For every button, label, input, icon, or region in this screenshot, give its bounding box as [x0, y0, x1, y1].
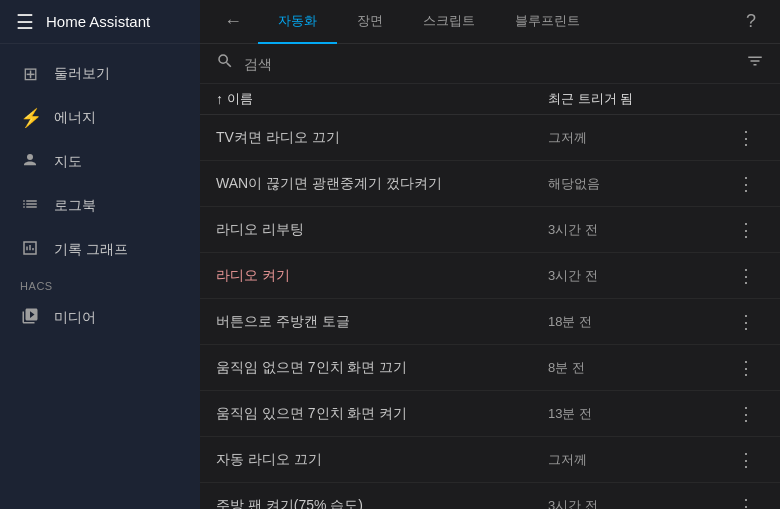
row-name: 버튼으로 주방캔 토글	[216, 313, 548, 331]
tab-blueprint[interactable]: 블루프린트	[495, 0, 600, 44]
row-trigger: 그저께	[548, 451, 728, 469]
row-trigger: 그저께	[548, 129, 728, 147]
sidebar-nav: ⊞ 둘러보기 ⚡ 에너지 지도 로그북 기록 그래프 HACS	[0, 44, 200, 509]
sidebar-item-map[interactable]: 지도	[4, 140, 196, 184]
logbook-icon	[20, 195, 40, 218]
sidebar-item-label: 미디어	[54, 309, 96, 327]
main-content: ← 자동화 장면 스크립트 블루프린트 ? ↑ 이름 최근 트리거 됨 TV켜면…	[200, 0, 780, 509]
search-icon	[216, 52, 234, 75]
row-trigger: 18분 전	[548, 313, 728, 331]
table-row[interactable]: 움직임 없으면 7인치 화면 끄기 8분 전 ⋮	[200, 345, 780, 391]
row-name: 움직임 있으면 7인치 화면 켜기	[216, 405, 548, 423]
row-name: 주방 팬 켜기(75% 습도)	[216, 497, 548, 510]
row-name: 움직임 없으면 7인치 화면 끄기	[216, 359, 548, 377]
row-menu-button[interactable]: ⋮	[728, 265, 764, 287]
sidebar-item-history[interactable]: 기록 그래프	[4, 228, 196, 272]
sidebar-item-label: 기록 그래프	[54, 241, 128, 259]
sidebar-item-overview[interactable]: ⊞ 둘러보기	[4, 52, 196, 96]
map-icon	[20, 151, 40, 174]
column-name-header[interactable]: ↑ 이름	[216, 90, 548, 108]
sidebar-item-label: 지도	[54, 153, 82, 171]
table-row[interactable]: 움직임 있으면 7인치 화면 켜기 13분 전 ⋮	[200, 391, 780, 437]
row-menu-button[interactable]: ⋮	[728, 495, 764, 510]
sidebar-item-media[interactable]: 미디어	[4, 296, 196, 340]
menu-icon[interactable]: ☰	[16, 10, 34, 34]
app-title: Home Assistant	[46, 13, 150, 30]
energy-icon: ⚡	[20, 107, 40, 129]
row-menu-button[interactable]: ⋮	[728, 219, 764, 241]
row-menu-button[interactable]: ⋮	[728, 449, 764, 471]
sidebar-item-logbook[interactable]: 로그북	[4, 184, 196, 228]
row-menu-button[interactable]: ⋮	[728, 403, 764, 425]
row-menu-button[interactable]: ⋮	[728, 357, 764, 379]
table-row[interactable]: WAN이 끊기면 광랜중계기 껐다켜기 해당없음 ⋮	[200, 161, 780, 207]
sidebar-item-label: 로그북	[54, 197, 96, 215]
top-nav: ← 자동화 장면 스크립트 블루프린트 ?	[200, 0, 780, 44]
table-row[interactable]: 라디오 리부팅 3시간 전 ⋮	[200, 207, 780, 253]
table-row[interactable]: 주방 팬 켜기(75% 습도) 3시간 전 ⋮	[200, 483, 780, 509]
sidebar-header: ☰ Home Assistant	[0, 0, 200, 44]
search-bar	[200, 44, 780, 84]
sidebar: ☰ Home Assistant ⊞ 둘러보기 ⚡ 에너지 지도 로그북	[0, 0, 200, 509]
tab-automation[interactable]: 자동화	[258, 0, 337, 44]
history-icon	[20, 239, 40, 262]
row-name: 라디오 켜기	[216, 267, 548, 285]
table-row[interactable]: 라디오 켜기 3시간 전 ⋮	[200, 253, 780, 299]
search-input[interactable]	[244, 56, 736, 72]
row-menu-button[interactable]: ⋮	[728, 311, 764, 333]
row-name: 라디오 리부팅	[216, 221, 548, 239]
sort-ascending-icon: ↑	[216, 91, 223, 107]
row-name: 자동 라디오 끄기	[216, 451, 548, 469]
table-header: ↑ 이름 최근 트리거 됨	[200, 84, 780, 115]
column-name-label: 이름	[227, 90, 253, 108]
svg-point-0	[27, 154, 33, 160]
row-trigger: 해당없음	[548, 175, 728, 193]
column-trigger-header: 최근 트리거 됨	[548, 90, 728, 108]
row-trigger: 8분 전	[548, 359, 728, 377]
row-menu-button[interactable]: ⋮	[728, 127, 764, 149]
filter-icon[interactable]	[746, 52, 764, 75]
sidebar-item-label: 에너지	[54, 109, 96, 127]
row-trigger: 3시간 전	[548, 497, 728, 510]
media-icon	[20, 307, 40, 330]
automation-list: TV켜면 라디오 끄기 그저께 ⋮ WAN이 끊기면 광랜중계기 껐다켜기 해당…	[200, 115, 780, 509]
table-row[interactable]: 자동 라디오 끄기 그저께 ⋮	[200, 437, 780, 483]
row-menu-button[interactable]: ⋮	[728, 173, 764, 195]
row-name: WAN이 끊기면 광랜중계기 껐다켜기	[216, 175, 548, 193]
tab-script[interactable]: 스크립트	[403, 0, 495, 44]
sidebar-item-energy[interactable]: ⚡ 에너지	[4, 96, 196, 140]
help-button[interactable]: ?	[730, 11, 772, 32]
overview-icon: ⊞	[20, 63, 40, 85]
table-row[interactable]: 버튼으로 주방캔 토글 18분 전 ⋮	[200, 299, 780, 345]
hacs-section: HACS	[0, 272, 200, 296]
row-trigger: 3시간 전	[548, 267, 728, 285]
row-name: TV켜면 라디오 끄기	[216, 129, 548, 147]
table-row[interactable]: TV켜면 라디오 끄기 그저께 ⋮	[200, 115, 780, 161]
tab-scene[interactable]: 장면	[337, 0, 403, 44]
sidebar-item-label: 둘러보기	[54, 65, 110, 83]
row-trigger: 13분 전	[548, 405, 728, 423]
back-button[interactable]: ←	[208, 11, 258, 32]
row-trigger: 3시간 전	[548, 221, 728, 239]
